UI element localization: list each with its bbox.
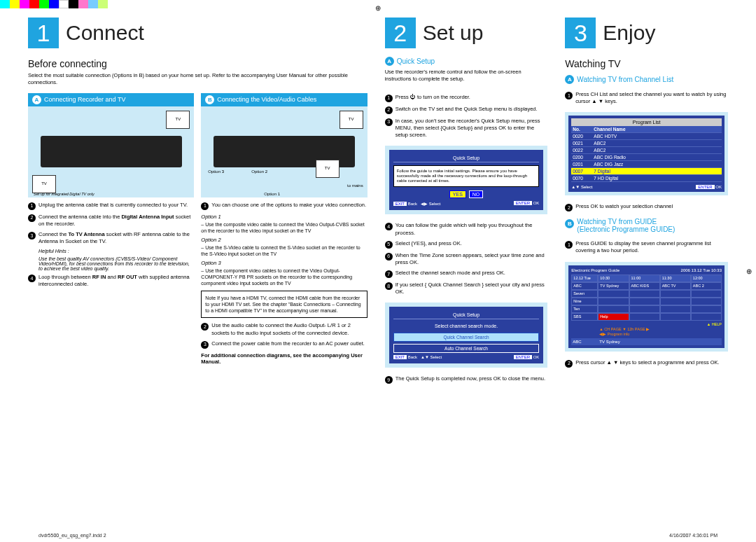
connect-A-header: A Connecting Recorder and TV	[28, 93, 194, 106]
watch-B-title1: Watching TV from GUIDE	[577, 218, 657, 225]
column-enjoy: 3 Enjoy Watching TV A Watching TV from C…	[565, 18, 728, 524]
qs-step2: 2Switch on the TV set and the Quick Setu…	[385, 106, 548, 114]
footer-filename: dvdr5500_eu_qsg_eng7.indd 2	[38, 533, 106, 538]
qs-step8: 8If you select { Quick Channel Search } …	[385, 282, 548, 296]
step2-header: 2 Set up	[385, 18, 548, 48]
hdmi-note: Note If you have a HDMI TV, connect the …	[201, 291, 367, 318]
helpful-hints-text: Use the best quality AV connectors (CVBS…	[38, 256, 194, 271]
osd2-opt-quick[interactable]: Quick Channel Search	[393, 333, 540, 342]
opt3-label: Option 3	[201, 260, 367, 266]
diagram-caption: Set up for integrated Digital TV only	[34, 192, 94, 196]
program-list-title: Program List	[571, 118, 722, 126]
qs-step3: 3In case, you don't see the recorder's Q…	[385, 118, 548, 139]
page-body: 1 Connect Before connecting Select the m…	[28, 18, 728, 524]
osd-quick-setup-1: Quick Setup Follow the guide to make ini…	[385, 146, 548, 215]
step2-number: 2	[385, 18, 416, 48]
watch-B-step1: 1Press GUIDE to display the seven channe…	[565, 240, 728, 254]
qs-step1: 1Press ⏻ to turn on the recorder.	[385, 94, 548, 102]
letter-B-badge: B	[205, 95, 214, 104]
connect-subrow: A Connecting Recorder and TV TV TV Set u…	[28, 93, 368, 365]
quick-setup-title: Quick Setup	[397, 57, 435, 65]
epg-osd: Electronic Program Guide2006 13.12 Tue 1…	[565, 262, 728, 352]
opt1-text: – Use the composite video cable to conne…	[201, 221, 367, 234]
additional-diagrams-note: For additional connection diagrams, see …	[201, 352, 367, 365]
watch-B-heading: B Watching TV from GUIDE (Electronic Pro…	[565, 218, 728, 233]
opt2-text: – Use the S-Video cable to connect the S…	[201, 244, 367, 257]
opt2-label: Option 2	[201, 237, 367, 243]
B-step1: 1You can choose one of the options to ma…	[201, 202, 367, 210]
A-step4: 4 Loop through between RF IN and RF OUT …	[28, 274, 194, 288]
program-list-selected-row[interactable]: 00077 Digital	[571, 168, 722, 175]
B-step3: 3Connect the power cable from the record…	[201, 340, 367, 349]
before-connecting-heading: Before connecting	[28, 58, 368, 69]
watch-A-step2: 2Press OK to watch your selection channe…	[565, 203, 728, 211]
osd1-title: Quick Setup	[393, 154, 540, 162]
A-step1: 1Unplug the antenna cable that is curren…	[28, 202, 194, 210]
step3-number: 3	[565, 18, 596, 48]
setup-letter-A: A	[385, 57, 394, 66]
column-setup: 2 Set up A Quick Setup Use the recorder'…	[385, 18, 548, 524]
watch-B-title2: (Electronic Programme GUIDE)	[577, 225, 675, 233]
connect-A-col: A Connecting Recorder and TV TV TV Set u…	[28, 93, 194, 365]
A-step2: 2 Connect the antenna cable into the Dig…	[28, 214, 194, 228]
registration-mark-right: ⊕	[746, 267, 752, 275]
helpful-hints-label: Helpful Hints :	[38, 249, 194, 253]
column-connect: 1 Connect Before connecting Select the m…	[28, 18, 368, 524]
watch-A-step1: 1Press CH List and select the channel yo…	[565, 91, 728, 105]
print-colorbar-right	[0, 0, 732, 8]
osd2-title: Quick Setup	[393, 311, 540, 319]
footer-timestamp: 4/16/2007 4:36:01 PM	[669, 533, 718, 538]
epg-selected-cell[interactable]: Help	[598, 313, 629, 321]
quick-setup-heading: A Quick Setup	[385, 57, 548, 66]
osd2-opt-auto[interactable]: Auto Channel Search	[393, 344, 540, 353]
watch-letter-B: B	[565, 219, 574, 228]
program-list-osd: Program List No.Channel Name 0020ABC HDT…	[565, 112, 728, 195]
watching-tv-heading: Watching TV	[565, 58, 728, 69]
diagram-recorder-tv: TV TV Set up for integrated Digital TV o…	[28, 106, 194, 197]
qs-step9: 9The Quick Setup is completed now, press…	[385, 375, 548, 384]
watch-letter-A: A	[565, 75, 574, 84]
qs-step7: 7Select the channel search mode and pres…	[385, 270, 548, 278]
osd-quick-setup-2: Quick Setup Select channel search mode. …	[385, 303, 548, 368]
osd1-yes-button[interactable]: YES	[449, 190, 466, 198]
connect-B-header: B Connecting the Video/Audio Cables	[201, 93, 367, 106]
step2-title: Set up	[423, 21, 484, 45]
step1-header: 1 Connect	[28, 18, 368, 48]
opt3-text: – Use the component video cables to conn…	[201, 267, 367, 286]
qs-step4: 4You can follow the guide which will hel…	[385, 222, 548, 236]
qs-step5: 5Select {YES}, and press OK.	[385, 240, 548, 249]
registration-mark-top: ⊕	[375, 4, 381, 12]
connect-A-title: Connecting Recorder and TV	[44, 96, 125, 103]
A-step3: 3 Connect the To TV Antenna socket with …	[28, 231, 194, 245]
letter-A-badge: A	[32, 95, 41, 104]
opt1-label: Option 1	[201, 214, 367, 220]
step3-header: 3 Enjoy	[565, 18, 728, 48]
connect-B-col: B Connecting the Video/Audio Cables TV T…	[201, 93, 367, 365]
osd1-msg: Follow the guide to make initial setting…	[393, 165, 540, 188]
B-step2: 2Use the audio cable to connect the Audi…	[201, 322, 367, 336]
watch-B-step2: 2Press cursor ▲ ▼ keys to select a progr…	[565, 359, 728, 368]
watch-A-title: Watching TV from Channel List	[577, 76, 673, 83]
qs-step6: 6When the Time Zone screen appears, sele…	[385, 252, 548, 266]
diagram-video-audio: TV TV Option 3 Option 2 Option 1 to main…	[201, 106, 367, 197]
before-connecting-intro: Select the most suitable connection (Opt…	[28, 72, 368, 86]
step1-title: Connect	[66, 21, 144, 45]
step1-number: 1	[28, 18, 59, 48]
step3-title: Enjoy	[603, 21, 655, 45]
quick-setup-intro: Use the recorder's remote control and fo…	[385, 69, 548, 83]
watch-A-heading: A Watching TV from Channel List	[565, 75, 728, 84]
osd2-msg: Select channel search mode.	[393, 324, 540, 328]
osd1-no-button[interactable]: NO	[469, 190, 484, 198]
connect-B-title: Connecting the Video/Audio Cables	[217, 96, 316, 103]
